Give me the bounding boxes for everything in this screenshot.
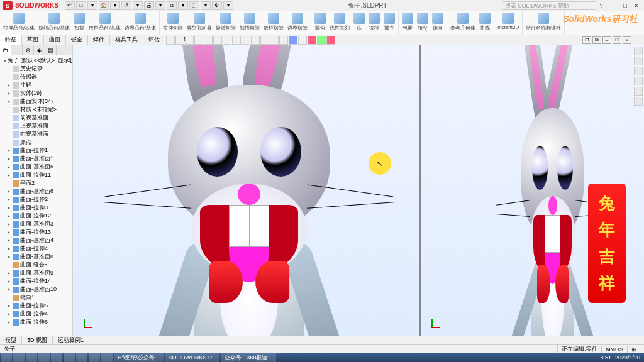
command-tab[interactable]: 钣金 <box>66 35 88 45</box>
qat-button[interactable]: ▾ <box>110 1 120 10</box>
ribbon-button[interactable]: 扫描 <box>72 12 87 34</box>
ribbon-button[interactable]: 放样凸台/基体 <box>87 12 122 34</box>
tree-node[interactable]: ▸曲面-拉伸4 <box>1 244 71 253</box>
taskbar-app-icon[interactable] <box>26 353 37 362</box>
taskbar-app-icon[interactable] <box>76 353 87 362</box>
command-tab[interactable]: 模具工具 <box>110 35 143 45</box>
task-file-explorer-icon[interactable] <box>634 67 643 75</box>
task-resources-icon[interactable] <box>634 47 643 55</box>
qat-button[interactable]: 🏠 <box>99 1 109 10</box>
qat-button[interactable]: ▾ <box>178 1 188 10</box>
tree-node[interactable]: ▸曲面-基准面10 <box>1 285 71 293</box>
taskbar-app-icon[interactable] <box>13 353 25 362</box>
qat-button[interactable]: ▾ <box>155 1 165 10</box>
start-button-icon[interactable] <box>1 353 12 362</box>
ribbon-button[interactable]: 旋转切除 <box>214 12 238 34</box>
tree-node[interactable]: 右视基准面 <box>1 130 71 138</box>
configuration-manager-tab-icon[interactable]: ⊕ <box>23 45 34 55</box>
taskbar-window[interactable]: H:\图纸\公众号... <box>114 353 164 362</box>
view-tool-icon[interactable] <box>279 36 288 45</box>
qat-button[interactable]: ▾ <box>133 1 143 10</box>
ribbon-button[interactable]: 拉伸凸台/基体 <box>1 12 36 34</box>
qat-button[interactable]: ⚙ <box>212 1 222 10</box>
qat-button[interactable]: ↺ <box>121 1 131 10</box>
ribbon-button[interactable]: 特征名称翻译社 <box>524 12 563 34</box>
doc-tile-icon[interactable]: ⊞ <box>582 36 591 44</box>
qat-button[interactable]: ⬚ <box>189 1 199 10</box>
tree-node[interactable]: ▸实体(19) <box>1 89 71 97</box>
task-custom-props-icon[interactable] <box>634 97 643 106</box>
view-tool-icon[interactable] <box>326 36 335 45</box>
doc-cascade-icon[interactable]: ⧉ <box>592 36 601 44</box>
tree-node[interactable]: ▸曲面-拉伸5 <box>1 302 71 310</box>
view-tool-icon[interactable] <box>242 36 250 45</box>
tree-node[interactable]: 传感器 <box>1 73 71 81</box>
ribbon-button[interactable]: 圆角 <box>313 12 328 34</box>
taskbar-time[interactable]: 8:51 <box>600 354 611 361</box>
tree-node[interactable]: 原点 <box>1 138 71 146</box>
tree-node[interactable]: ▸曲面实体(34) <box>1 97 71 106</box>
tree-node[interactable]: ▸曲面-基准面4 <box>1 236 71 244</box>
doc-min-icon[interactable]: – <box>602 36 611 44</box>
tree-node[interactable]: ▸曲面-拉伸6 <box>1 318 71 326</box>
status-units[interactable]: MMGS <box>601 346 627 353</box>
tree-node[interactable]: ▸曲面-基准面9 <box>1 269 71 277</box>
view-tool-icon[interactable] <box>270 36 279 45</box>
ribbon-button[interactable]: Instant3D <box>496 12 521 34</box>
tree-node[interactable]: ▸曲面-基准面6 <box>1 187 71 195</box>
tree-node[interactable]: ▸曲面-拉伸12 <box>1 212 71 220</box>
qat-button[interactable]: ▾ <box>201 1 211 10</box>
view-tool-icon[interactable] <box>185 36 194 45</box>
tree-node[interactable]: ▸曲面-拉伸1 <box>1 146 71 155</box>
command-tab[interactable]: 曲面 <box>44 35 66 45</box>
task-design-library-icon[interactable] <box>634 57 643 65</box>
tree-node[interactable]: ▸曲面-拉伸4 <box>1 310 71 318</box>
dimxpert-tab-icon[interactable]: ◈ <box>34 45 45 55</box>
taskbar-app-icon[interactable] <box>38 353 50 362</box>
tree-node[interactable]: 曲面 缝合5 <box>1 261 71 269</box>
property-manager-tab-icon[interactable]: ☰ <box>11 45 23 55</box>
tree-node[interactable]: 前视基准面 <box>1 114 71 122</box>
tree-node[interactable]: ▸曲面-基准面6 <box>1 163 71 171</box>
ribbon-button[interactable]: 放样切除 <box>262 12 286 34</box>
taskbar-app-icon[interactable] <box>101 353 113 362</box>
tree-node[interactable]: ▸曲面-基准面3 <box>1 220 71 228</box>
command-tab[interactable]: 特征 <box>0 35 22 45</box>
qat-button[interactable]: □ <box>76 1 86 10</box>
tree-node[interactable]: ▸曲面-拉伸11 <box>1 171 71 179</box>
feature-tree[interactable]: ▾ 兔子 (默认<<默认>_显示状态 历史记录传感器▸注解▸实体(19)▸曲面实… <box>0 55 72 338</box>
view-tool-icon[interactable] <box>308 36 316 45</box>
graphics-area[interactable]: 兔年吉祥 <box>73 45 644 338</box>
ribbon-button[interactable]: 筋 <box>352 12 367 34</box>
doc-max-icon[interactable]: □ <box>613 36 621 44</box>
maximize-button[interactable]: □ <box>620 1 630 10</box>
view-tool-icon[interactable] <box>289 36 297 45</box>
command-tab[interactable]: 焊件 <box>88 35 110 45</box>
ribbon-button[interactable]: 抽壳 <box>382 12 397 34</box>
tree-node[interactable]: ▸曲面-拉伸2 <box>1 195 71 204</box>
ribbon-button[interactable]: 边界凸台/基体 <box>123 12 158 34</box>
view-tool-icon[interactable] <box>317 36 326 45</box>
ribbon-button[interactable]: 异型孔向导 <box>185 12 214 34</box>
qat-button[interactable]: ↶ <box>65 1 75 10</box>
bottom-tab[interactable]: 运动算例1 <box>53 336 89 344</box>
ribbon-button[interactable]: 拉伸切除 <box>161 12 185 34</box>
tree-node[interactable]: 平面2 <box>1 179 71 187</box>
ribbon-button[interactable]: 拔模 <box>367 12 382 34</box>
qat-button[interactable]: ⧉ <box>167 1 177 10</box>
command-tab[interactable]: 评估 <box>143 35 165 45</box>
viewport-left[interactable] <box>73 45 421 338</box>
ribbon-button[interactable]: 线性阵列 <box>328 12 352 34</box>
ribbon-button[interactable]: 包覆 <box>400 12 415 34</box>
view-tool-icon[interactable] <box>298 36 307 45</box>
doc-close-icon[interactable]: × <box>623 36 631 44</box>
qat-button[interactable]: 🖨 <box>144 1 154 10</box>
help-icon[interactable]: ? <box>596 1 606 10</box>
view-tool-icon[interactable] <box>260 36 269 45</box>
view-tool-icon[interactable] <box>175 36 184 45</box>
ribbon-button[interactable]: 边界切除 <box>286 12 309 34</box>
minimize-button[interactable]: – <box>609 1 619 10</box>
tree-node[interactable]: ▸曲面-拉伸3 <box>1 204 71 212</box>
ribbon-button[interactable]: 扫描切除 <box>238 12 262 34</box>
tree-node[interactable]: 镜向1 <box>1 293 71 302</box>
